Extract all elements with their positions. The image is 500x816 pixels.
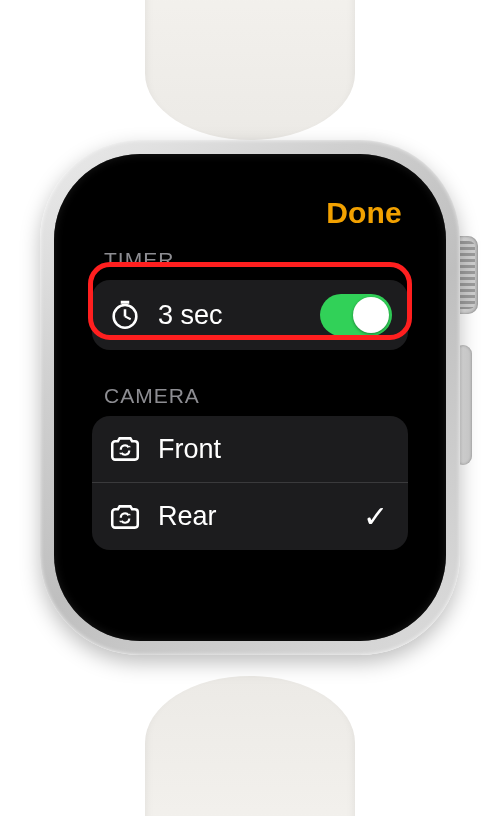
camera-option-label: Front: [158, 434, 392, 465]
timer-row[interactable]: 3 sec: [92, 280, 408, 350]
camera-switch-icon: [108, 500, 142, 534]
timer-toggle[interactable]: [320, 294, 392, 336]
timer-icon: [108, 298, 142, 332]
watch-band-bottom: [145, 676, 355, 816]
camera-option-label: Rear: [158, 501, 347, 532]
screen-bezel: Done TIMER 3 sec: [54, 154, 446, 641]
screen: Done TIMER 3 sec: [72, 172, 428, 623]
done-button[interactable]: Done: [326, 196, 402, 229]
timer-duration-label: 3 sec: [158, 300, 304, 331]
camera-switch-icon: [108, 432, 142, 466]
camera-option-rear[interactable]: Rear ✓: [92, 482, 408, 550]
camera-section-label: CAMERA: [104, 384, 408, 408]
timer-section-label: TIMER: [104, 248, 408, 272]
watch-band-top: [145, 0, 355, 140]
toggle-knob: [353, 297, 389, 333]
camera-option-front[interactable]: Front: [92, 416, 408, 482]
checkmark-icon: ✓: [363, 499, 388, 534]
